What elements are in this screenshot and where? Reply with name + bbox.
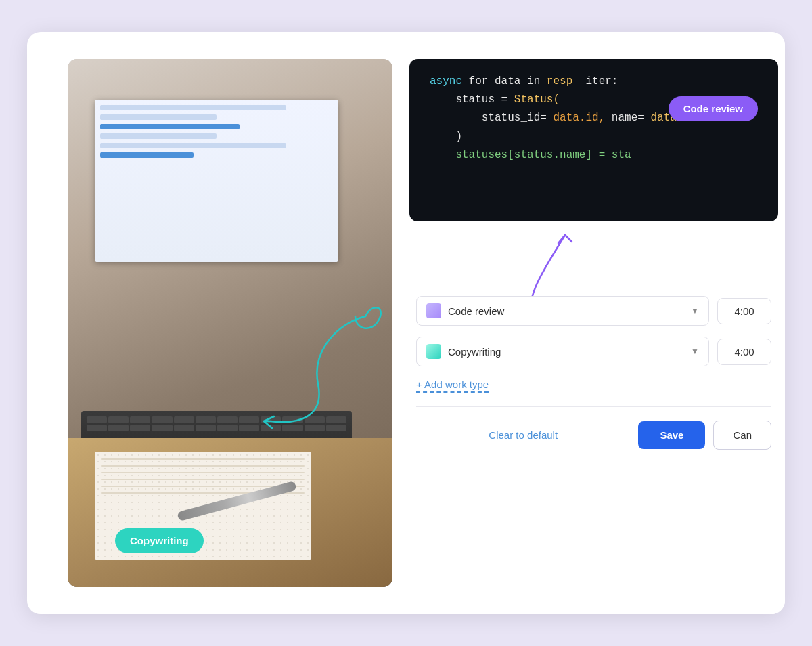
main-card: Copywriting async for data in resp_ iter… [27,32,785,614]
notebook [68,438,392,587]
code-review-dropdown-arrow: ▼ [691,306,699,316]
work-type-row-copywriting: Copywriting ▼ [416,337,771,366]
copywriting-time-input[interactable] [717,339,771,365]
laptop-screen [95,100,338,262]
code-review-icon [426,303,441,318]
code-review-label: Code review [448,305,684,317]
left-panel: Copywriting [27,32,403,614]
action-row: Clear to default Save Can [416,421,771,450]
cancel-button[interactable]: Can [713,421,771,450]
code-image: async for data in resp_ iter: status = S… [409,59,778,221]
clear-button[interactable]: Clear to default [416,427,630,444]
right-panel: async for data in resp_ iter: status = S… [403,32,785,614]
form-area: Code review ▼ Copywriting ▼ + Add work t… [409,296,778,450]
save-button[interactable]: Save [638,421,705,449]
copywriting-badge: Copywriting [115,528,204,553]
code-review-badge: Code review [669,96,758,121]
work-type-row-code-review: Code review ▼ [416,296,771,326]
copywriting-label: Copywriting [448,346,684,358]
divider [416,406,771,407]
code-review-select[interactable]: Code review ▼ [416,296,709,326]
copywriting-select[interactable]: Copywriting ▼ [416,337,709,366]
copywriting-icon [426,344,441,359]
blue-arrow-annotation [230,296,392,431]
copywriting-dropdown-arrow: ▼ [691,347,699,356]
code-review-time-input[interactable] [717,298,771,324]
add-work-type-button[interactable]: + Add work type [416,377,489,393]
